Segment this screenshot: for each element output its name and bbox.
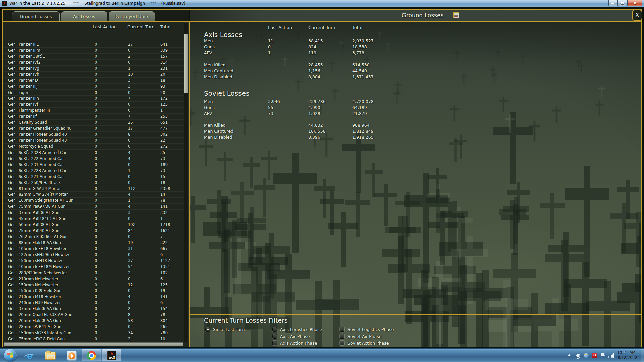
checkbox-box[interactable] — [340, 341, 344, 345]
tab-ground-losses[interactable]: Ground Losses — [12, 11, 60, 21]
gold-divider-horizontal — [2, 21, 642, 22]
antivirus-b-icon[interactable]: B — [592, 353, 597, 358]
table-row[interactable]: GerSdKfz-232B Armored Car0435 — [3, 150, 189, 156]
table-row[interactable]: Ger50mm PaK38 AT Gun01021718 — [3, 222, 189, 228]
chrome-taskbar-button[interactable] — [82, 349, 101, 361]
table-row[interactable]: GerPanzer 38(t)E02157 — [3, 54, 189, 60]
table-row[interactable]: Ger75mm PaK97/38 AT Gun04141 — [3, 204, 189, 210]
table-row[interactable]: GerPanzer IVf200314 — [3, 60, 189, 66]
table-row[interactable]: GerPanzer Pioneer Squad 430022 — [3, 138, 189, 144]
start-button[interactable] — [4, 349, 17, 362]
table-row[interactable]: GerSdKfz-222B Armored Car0173 — [3, 168, 189, 174]
table-row[interactable]: GerPanther D0318 — [3, 78, 189, 84]
app-icon[interactable]: ★ — [2, 1, 7, 6]
action-center-flag-icon[interactable] — [600, 353, 605, 358]
table-row[interactable]: Ger150mm sFH18 Howitzer0371127 — [3, 258, 189, 264]
game-close-button[interactable]: X — [632, 10, 642, 21]
table-row[interactable]: Ger160mm Stielgranate AT Gun0178 — [3, 198, 189, 204]
taskbar-clock[interactable]: 10:31 AM 18/12/2022 — [613, 350, 639, 360]
report-icon[interactable] — [453, 12, 459, 18]
table-row[interactable]: Ger280/320mm Nebelwerfer02102 — [3, 270, 189, 276]
unit-losses-table: Last Action Current Turn Total GerPanzer… — [3, 22, 189, 347]
red-star-icon: ★ — [108, 350, 116, 356]
table-row[interactable]: GerSdKfz-250/9 Halftrack0018 — [3, 180, 189, 186]
col-header-current-turn: Current Turn — [127, 24, 155, 29]
volume-icon[interactable] — [576, 353, 580, 358]
table-row[interactable]: Ger37mm PaK36 AT Gun03332 — [3, 210, 189, 216]
unit-rows-list: GerPanzer IIIL027641GerPanzer IIIm00339G… — [3, 42, 189, 343]
table-row[interactable]: Ger210mm M18 Howitzer04141 — [3, 294, 189, 300]
table-row[interactable]: Ger150mm K39 Field Gun0019 — [3, 288, 189, 294]
internet-explorer-icon[interactable]: e — [24, 351, 34, 361]
table-row[interactable]: GerMotorcycle Squad00272 — [3, 144, 189, 150]
table-row[interactable]: Ger88mm Flak18 AA Gun019322 — [3, 240, 189, 246]
table-row[interactable]: Ger45mm PaK184(r) AT Gun001 — [3, 216, 189, 222]
table-row[interactable]: Ger105mm leFH18M Howitzer0541351 — [3, 264, 189, 270]
losses-summary-panel: Last Action Current Turn Total Axis Loss… — [190, 22, 641, 347]
table-row[interactable]: Ger37mm Flak36 AA Gun02154 — [3, 306, 189, 312]
windows-flag-icon — [7, 352, 13, 358]
checkbox-box[interactable] — [272, 327, 277, 332]
table-row[interactable]: Ger76.2mm PaK36(r) AT Gun007 — [3, 234, 189, 240]
close-icon: x — [634, 1, 636, 5]
phase-filter-checkboxes: Axis Logistics PhaseAxis Air PhaseAxis A… — [190, 22, 641, 347]
table-row[interactable]: Ger82mm GrW 274(r) Mortar0414 — [3, 192, 189, 198]
table-row[interactable]: GerSdKfz-221 Armored Car0015 — [3, 174, 189, 180]
restore-icon — [621, 2, 624, 4]
table-row[interactable]: GerPanzer IVg01231 — [3, 66, 189, 72]
minimize-button[interactable] — [608, 0, 618, 6]
table-row[interactable]: GerPanzer IIIn07172 — [3, 96, 189, 102]
clock-date: 18/12/2022 — [613, 355, 639, 360]
checkbox-box[interactable] — [340, 327, 344, 332]
network-globe-icon[interactable] — [584, 353, 589, 358]
close-window-button[interactable]: x — [627, 0, 642, 6]
table-row[interactable]: Ger75mm leFK18 Field Gun0210 — [3, 336, 189, 342]
col-header-last-action: Last Action — [93, 24, 117, 29]
checkbox-box[interactable] — [272, 334, 277, 339]
media-player-icon[interactable] — [67, 351, 77, 361]
table-row[interactable]: GerPanzer IIIL027641 — [3, 42, 189, 48]
table-row[interactable]: GerCavalry Squad025651 — [3, 120, 189, 126]
vertical-scrollbar-thumb[interactable] — [184, 34, 188, 93]
table-row[interactable]: GerPanzer IIIj0393 — [3, 84, 189, 90]
table-row[interactable]: GerTiger0020 — [3, 90, 189, 96]
tab-destroyed-units[interactable]: Destroyed Units — [109, 11, 155, 21]
wite2-icon: ★ W2 — [107, 351, 116, 360]
window-titlebar: ★ War in the East 2 v 1.02.25 *** Stalin… — [0, 0, 644, 7]
table-row[interactable]: GerPanzer Grenadier Squad 40017477 — [3, 126, 189, 132]
table-row[interactable]: GerSdKfz-231 Armored Car00189 — [3, 162, 189, 168]
gold-divider-vertical — [189, 22, 190, 347]
table-row[interactable]: GerFlammpanzer III001 — [3, 108, 189, 114]
restore-button[interactable] — [618, 0, 627, 6]
page-title: Ground Losses — [389, 12, 456, 19]
checkbox-box[interactable] — [340, 334, 344, 339]
table-row[interactable]: GerPanzer Pioneer Squad 4008302 — [3, 132, 189, 138]
game-window: Ground Losses Air Losses Destroyed Units… — [0, 7, 644, 348]
table-row[interactable]: Ger28mm sPzB41 AT Gun00265 — [3, 324, 189, 330]
table-row[interactable]: Ger240mm H39 Howitzer006 — [3, 300, 189, 306]
checkbox-box[interactable] — [272, 341, 277, 345]
table-row[interactable]: Ger20mm Flak38 AA Gun058804 — [3, 318, 189, 324]
table-row[interactable]: Ger210mm Nebelwerfer006 — [3, 276, 189, 282]
table-row[interactable]: GerPanzer IIf07253 — [3, 114, 189, 120]
windows-explorer-icon[interactable] — [45, 352, 56, 360]
table-row[interactable]: Ger150mm sIG33 Infantry Gun034780 — [3, 330, 189, 336]
table-row[interactable]: GerSdKfz-222 Armored Car0473 — [3, 156, 189, 162]
tab-air-losses[interactable]: Air Losses — [61, 11, 107, 21]
wite2-taskbar-button[interactable]: ★ W2 — [102, 349, 121, 361]
table-row[interactable]: GerPanzer IIIm00339 — [3, 48, 189, 54]
clock-time: 10:31 AM — [613, 350, 639, 355]
window-title: War in the East 2 v 1.02.25 *** Stalingr… — [9, 1, 185, 6]
show-desktop-button[interactable] — [641, 349, 644, 362]
filters-divider — [190, 314, 641, 315]
table-row[interactable]: Ger150mm Nebelwerfer012125 — [3, 282, 189, 288]
table-row[interactable]: GerPanzer IVf00125 — [3, 102, 189, 108]
table-row[interactable]: Ger75mm PaK40 AT Gun0841621 — [3, 228, 189, 234]
tray-expand-icon[interactable] — [568, 354, 571, 356]
table-row[interactable]: Ger122mm sFH396(r) Howitzer006 — [3, 252, 189, 258]
table-row[interactable]: Ger81mm GrW 34 Mortar01122358 — [3, 186, 189, 192]
table-row[interactable]: GerPanzer IVh01020 — [3, 72, 189, 78]
horizontal-scrollbar[interactable] — [4, 342, 183, 346]
table-row[interactable]: Ger20mm Quad Flak38 AA Gun0878 — [3, 312, 189, 318]
table-row[interactable]: Ger105mm leFH18 Howitzer031667 — [3, 246, 189, 252]
